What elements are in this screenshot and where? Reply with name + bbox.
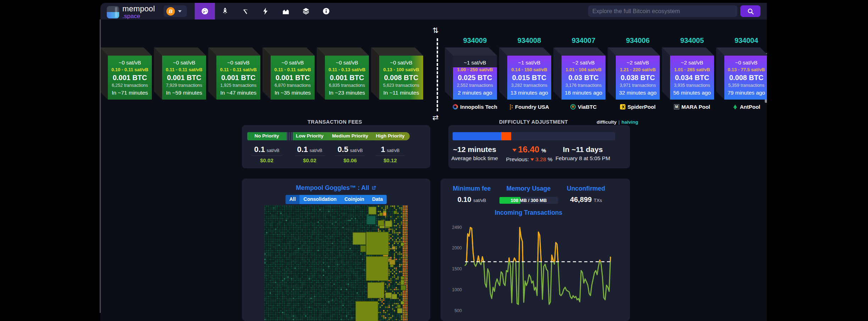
halving-link[interactable]: halving — [621, 119, 638, 125]
mined-block[interactable]: ~2 sat/vB1.01 - 104 sat/vB0.03 BTC3,176 … — [562, 56, 606, 100]
mining-pool[interactable]: AntPool — [720, 104, 767, 110]
difficulty-change: 16.40 % — [506, 145, 552, 155]
mined-block[interactable]: ~1 sat/vB1.00 - 250 sat/vB0.025 BTC2,552… — [453, 56, 497, 100]
block-side-face — [100, 47, 108, 100]
search-input[interactable] — [588, 5, 737, 17]
tab-docs[interactable] — [316, 3, 336, 19]
fee-unit: sat/vB — [309, 148, 322, 153]
block-side-face — [445, 47, 453, 100]
swap-horizontal-icon: ⇄ — [432, 113, 439, 122]
mempool-block[interactable]: ~0 sat/vB0.10 - 0.11 sat/vB0.001 BTC6,25… — [108, 56, 152, 100]
chart-icon — [282, 7, 290, 15]
block-tx-count: 5,623 transactions — [379, 82, 423, 89]
brand-tld: .space — [122, 13, 155, 19]
tab-layers[interactable] — [296, 3, 316, 19]
block-total-fees: 0.008 BTC — [724, 73, 767, 82]
mined-block[interactable]: ~2 sat/vB1.01 - 265 sat/vB0.034 BTC3,935… — [670, 56, 714, 100]
mempool-block[interactable]: ~0 sat/vB0.11 - 0.11 sat/vB0.001 BTC7,92… — [162, 56, 206, 100]
block-fee-range: 0.11 - 0.11 sat/vB — [271, 66, 315, 73]
block-total-fees: 0.015 BTC — [507, 73, 551, 82]
block-eta: In ~11 minutes — [379, 89, 423, 97]
avg-block-time-caption: Average block time — [451, 154, 498, 163]
brand-logo[interactable]: mempool .space — [107, 5, 155, 19]
fees-priority-bar: No PriorityLow PriorityMedium PriorityHi… — [247, 132, 410, 140]
svg-text:2490: 2490 — [452, 225, 462, 230]
lightning-icon — [261, 7, 270, 15]
tab-lightning[interactable] — [255, 3, 276, 19]
mining-pool[interactable]: Innopolis Tech — [448, 104, 502, 110]
unconfirmed-label: Unconfirmed — [567, 185, 605, 192]
block-median-fee: ~0 sat/vB — [325, 59, 369, 66]
mined-block[interactable]: ~0 sat/vB0.13 - 77.5 sat/vB0.008 BTC5,35… — [724, 56, 767, 100]
pool-name: AntPool — [740, 104, 761, 110]
goggles-tab-coinjoin[interactable]: Coinjoin — [341, 195, 368, 204]
search-button[interactable] — [740, 5, 761, 17]
fee-rate: 0.1 — [297, 145, 308, 154]
tab-statistics[interactable] — [276, 3, 296, 19]
block-mined-time: 18 minutes ago — [562, 89, 606, 97]
mining-pool[interactable]: BViaBTC — [557, 104, 610, 110]
goggles-tab-data[interactable]: Data — [368, 195, 387, 204]
mined-block[interactable]: ~2 sat/vB1.21 - 220 sat/vB0.038 BTC3,971… — [616, 56, 660, 100]
block-fee-range: 1.01 - 104 sat/vB — [562, 66, 606, 73]
block-tx-count: 1,925 transactions — [216, 82, 260, 89]
mempool-block[interactable]: ~0 sat/vB0.11 - 0.13 sat/vB0.001 BTC6,83… — [325, 56, 369, 100]
divider — [375, 156, 405, 156]
block-top-face — [317, 47, 369, 56]
block-side-face — [371, 47, 379, 100]
mempool-block[interactable]: ~0 sat/vB0.11 - 0.11 sat/vB0.001 BTC1,92… — [216, 56, 260, 100]
search-icon — [747, 8, 754, 15]
mining-pool[interactable]: MMARA Pool — [665, 104, 719, 110]
block-height-link[interactable]: 934008 — [507, 36, 551, 45]
block-tx-count: 2,552 transactions — [453, 82, 497, 89]
block-top-face — [608, 47, 660, 56]
tab-mining[interactable] — [235, 3, 255, 19]
mining-pool[interactable]: SpiderPool — [611, 104, 664, 110]
block-mined-time: 56 minutes ago — [670, 89, 714, 97]
block-eta: In ~59 minutes — [162, 89, 206, 97]
block-side-face — [317, 47, 325, 100]
difficulty-progress-fill — [453, 132, 501, 140]
tab-dashboard[interactable] — [195, 3, 215, 19]
svg-text:1000: 1000 — [452, 287, 462, 292]
mempool-block[interactable]: ~0 sat/vB0.11 - 0.11 sat/vB0.001 BTC6,87… — [271, 56, 315, 100]
fee-tier: 1 sat/vB$0.12 — [367, 145, 413, 163]
block-fee-range: 0.10 - 0.11 sat/vB — [108, 66, 152, 73]
mempool-block[interactable]: ~0 sat/vB0.13 - 100 sat/vB0.008 BTC5,623… — [379, 56, 423, 100]
rocket-icon — [221, 7, 229, 15]
block-tx-count: 6,835 transactions — [325, 82, 369, 89]
brand-name: mempool — [122, 5, 155, 13]
block-height-link[interactable]: 934007 — [562, 36, 606, 45]
mined-block[interactable]: ~1 sat/vB0.14 - 150 sat/vB0.015 BTC3,282… — [507, 56, 551, 100]
mining-pool[interactable]: Foundry USA — [503, 104, 556, 110]
innopolis-icon — [453, 104, 458, 109]
difficulty-link[interactable]: difficulty — [597, 119, 617, 125]
minimum-fee-value: 0.10 sat/vB — [458, 196, 486, 204]
block-side-face — [499, 47, 507, 100]
block-median-fee: ~2 sat/vB — [616, 59, 660, 66]
block-face: ~0 sat/vB0.11 - 0.13 sat/vB0.001 BTC6,83… — [325, 56, 369, 100]
block-tx-count: 7,929 transactions — [162, 82, 206, 89]
goggles-tab-consolidation[interactable]: Consolidation — [300, 195, 341, 204]
fee-tier-name: Medium Priority — [332, 133, 368, 139]
fees-segment-gap — [287, 132, 293, 140]
block-face: ~1 sat/vB0.14 - 150 sat/vB0.015 BTC3,282… — [507, 56, 551, 100]
block-mined-time: 2 minutes ago — [453, 89, 497, 97]
incoming-transactions-chart: 2490200015001000500 — [446, 218, 625, 321]
retarget-date: February 8 at 5:05 PM — [555, 154, 610, 163]
fee-tier: 0.1 sat/vB$0.02 — [287, 145, 333, 163]
block-height-link[interactable]: 934009 — [453, 36, 497, 45]
tab-acceleration[interactable] — [215, 3, 235, 19]
network-selector[interactable]: B — [164, 5, 187, 17]
goggles-title-link[interactable]: Mempool Goggles™ : All — [242, 184, 430, 192]
goggles-tab-all[interactable]: All — [286, 195, 300, 204]
goggles-treemap[interactable] — [264, 205, 408, 321]
search-bar — [588, 5, 761, 17]
block-height-link[interactable]: 934006 — [616, 36, 660, 45]
block-height-link[interactable]: 934005 — [670, 36, 714, 45]
swap-vertical-icon: ⇅ — [432, 26, 439, 35]
block-fee-range: 1.00 - 250 sat/vB — [453, 66, 497, 73]
block-height-link[interactable]: 934004 — [724, 36, 767, 45]
block-median-fee: ~2 sat/vB — [562, 59, 606, 66]
fee-unit: sat/vB — [350, 148, 363, 153]
